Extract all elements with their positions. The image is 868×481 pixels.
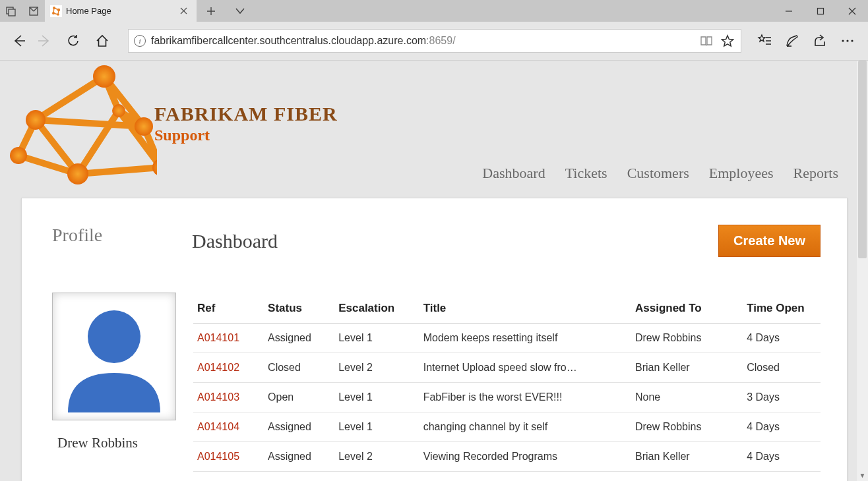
col-title: Title [419,293,631,324]
cell-escalation: Level 1 [334,412,419,442]
cell-time: 3 Days [743,383,821,412]
vertical-scrollbar[interactable]: ▲ ▼ [857,61,868,481]
col-status: Status [264,293,334,324]
profile-username: Drew Robbins [57,435,176,451]
svg-point-15 [112,104,125,117]
svg-point-17 [10,147,27,164]
ticket-ref-link[interactable]: A014102 [197,362,239,373]
table-row: A014101AssignedLevel 1Modem keeps resett… [193,324,821,353]
browser-tab[interactable]: Home Page [45,0,197,22]
cell-escalation: Level 1 [334,383,419,412]
cell-escalation: Level 2 [334,442,419,472]
content-body: Drew Robbins Ref Status Escalation Ti [52,293,821,472]
cell-title: FabFiber is the worst EVER!!! [419,383,631,412]
table-row: A014102ClosedLevel 2Internet Upload spee… [193,353,821,383]
nav-customers[interactable]: Customers [627,165,689,182]
svg-point-16 [67,163,88,184]
cell-escalation: Level 2 [334,353,419,383]
tickets-table: Ref Status Escalation Title Assigned To … [193,293,821,472]
cell-time: 4 Days [743,442,821,472]
ticket-ref-link[interactable]: A014103 [197,391,239,403]
tabs-aside-icon[interactable] [0,0,22,22]
cell-title: Modem keeps resetting itself [419,324,631,353]
notes-icon[interactable] [778,28,806,53]
refresh-button[interactable] [61,28,86,53]
avatar [52,293,176,420]
content-top: Profile Dashboard Create New [52,225,821,257]
site-logo-icon [5,63,150,211]
scroll-thumb[interactable] [858,61,867,258]
tab-close-icon[interactable] [177,5,190,17]
dashboard-heading: Dashboard [192,230,278,252]
table-row: A014105AssignedLevel 2Viewing Recorded P… [193,442,821,472]
favorites-list-icon[interactable] [751,28,778,53]
cell-ref: A014104 [193,412,264,442]
nav-reports[interactable]: Reports [793,165,838,182]
ticket-ref-link[interactable]: A014104 [197,421,239,432]
tab-title: Home Page [66,6,173,16]
window-controls [773,0,868,22]
profile-block: Drew Robbins [52,293,176,472]
cell-time: 4 Days [743,412,821,442]
table-header-row: Ref Status Escalation Title Assigned To … [193,293,821,324]
tab-preview-icon[interactable] [226,0,255,22]
maximize-button[interactable] [805,0,836,22]
new-tab-button[interactable] [197,0,226,22]
minimize-button[interactable] [773,0,805,22]
cell-assigned: None [631,383,743,412]
favorite-star-icon[interactable] [720,33,735,49]
forward-button[interactable] [32,28,57,53]
cell-ref: A014101 [193,324,264,353]
back-button[interactable] [7,28,32,53]
scroll-down-icon[interactable]: ▼ [857,470,868,481]
reading-view-icon[interactable] [698,33,714,49]
page-viewport: FABRIKAM FIBER Support Dashboard Tickets… [0,61,868,481]
table-row: A014103OpenLevel 1FabFiber is the worst … [193,383,821,412]
svg-rect-3 [50,5,62,17]
home-button[interactable] [90,28,115,53]
address-bar[interactable]: i fabrikamfibercallcenter.southcentralus… [128,29,741,53]
cell-title: changing channel by it self [419,412,631,442]
cell-status: Closed [264,353,334,383]
svg-point-10 [846,40,848,42]
share-icon[interactable] [806,28,834,53]
cell-ref: A014105 [193,442,264,472]
table-row: A014104AssignedLevel 1changing channel b… [193,412,821,442]
svg-rect-8 [818,8,824,14]
cell-assigned: Drew Robbins [631,324,743,353]
titlebar: Home Page [0,0,868,22]
create-new-button[interactable]: Create New [718,225,821,257]
page-content: FABRIKAM FIBER Support Dashboard Tickets… [0,61,857,481]
dashboard-header-row: Dashboard Create New [192,225,821,257]
svg-rect-1 [9,9,15,16]
close-window-button[interactable] [836,0,868,22]
cell-time: 4 Days [743,324,821,353]
profile-heading: Profile [52,225,192,246]
cell-assigned: Brian Keller [631,442,743,472]
cell-status: Assigned [264,412,334,442]
col-escalation: Escalation [334,293,419,324]
svg-point-9 [842,40,844,42]
tab-favicon-icon [50,5,62,17]
ticket-ref-link[interactable]: A014105 [197,451,239,462]
main-nav: Dashboard Tickets Customers Employees Re… [482,165,838,182]
cell-ref: A014102 [193,353,264,383]
cell-status: Open [264,383,334,412]
cell-escalation: Level 1 [334,324,419,353]
settings-more-icon[interactable] [834,28,861,53]
nav-dashboard[interactable]: Dashboard [482,165,545,182]
svg-point-12 [93,65,115,88]
browser-toolbar: i fabrikamfibercallcenter.southcentralus… [0,22,868,61]
brand-subtitle: Support [154,127,338,144]
brand-block: FABRIKAM FIBER Support [154,103,338,144]
cell-assigned: Brian Keller [631,353,743,383]
ticket-ref-link[interactable]: A014101 [197,332,239,343]
site-info-icon[interactable]: i [134,35,146,47]
nav-tickets[interactable]: Tickets [565,165,607,182]
nav-employees[interactable]: Employees [709,165,774,182]
cell-assigned: Drew Robbins [631,412,743,442]
recent-tabs-icon[interactable] [22,0,45,22]
cell-title: Internet Upload speed slow fro… [419,353,631,383]
cell-status: Assigned [264,442,334,472]
titlebar-left: Home Page [0,0,255,22]
